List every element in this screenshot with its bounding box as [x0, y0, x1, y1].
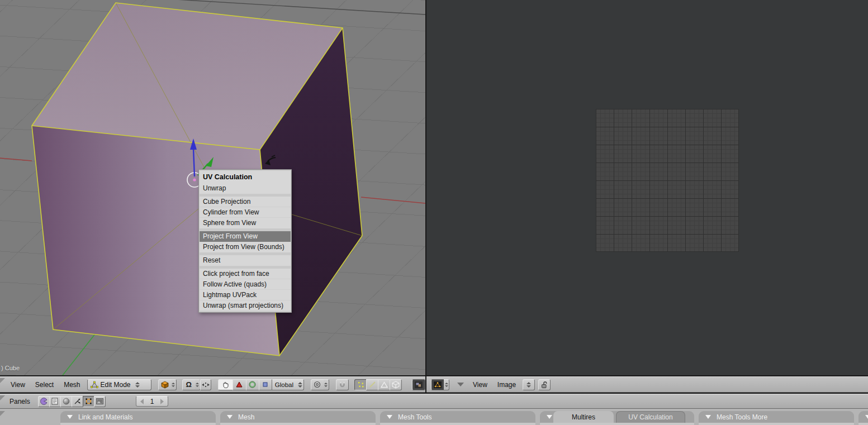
dropdown-arrows-icon — [298, 382, 302, 388]
render-image-icon — [415, 381, 423, 388]
panel-collapse-icon[interactable] — [67, 415, 73, 419]
menu-item[interactable]: Reset — [200, 255, 291, 266]
menu-item[interactable]: Follow Active (quads) — [200, 279, 291, 290]
panel-header-mesh-tools-more[interactable]: Mesh Tools More — [699, 411, 854, 423]
panel-collapse-icon[interactable] — [705, 415, 711, 419]
uv-view-menu[interactable]: View — [472, 381, 488, 389]
tab-multires[interactable]: Multires — [553, 411, 614, 423]
draw-mode-stepper[interactable] — [171, 379, 177, 390]
panel-header-mesh[interactable]: Mesh — [220, 411, 376, 423]
menu-title: UV Calculation — [200, 171, 291, 183]
proportional-ring-button[interactable] — [246, 379, 259, 390]
logic-pacman-icon — [40, 398, 48, 405]
header-collapse-icon[interactable] — [457, 383, 464, 386]
concentric-circles-icon — [314, 381, 321, 388]
region-corner-icon[interactable] — [0, 411, 5, 416]
panel-collapse-icon[interactable] — [227, 415, 233, 419]
panel-collapse-icon[interactable] — [387, 415, 392, 419]
pan-hand-button[interactable] — [218, 379, 233, 390]
square-toggle-button[interactable] — [259, 379, 272, 390]
cube-mesh[interactable] — [32, 3, 362, 356]
face-draw-button[interactable] — [233, 379, 246, 390]
menu-item[interactable]: Sphere from View — [200, 218, 291, 228]
editing-context-button[interactable] — [83, 396, 94, 407]
radiosity-context-button[interactable] — [94, 396, 106, 407]
logic-context-button[interactable] — [38, 396, 50, 407]
falloff-stepper[interactable] — [324, 379, 329, 390]
region-corner-icon[interactable] — [0, 378, 5, 383]
buttons-window: Link and Materials Mesh Mesh Tools Multi… — [0, 409, 868, 425]
panel-header-partial[interactable] — [858, 411, 868, 423]
median-point — [193, 178, 196, 181]
edge-line-icon — [369, 381, 376, 388]
edge-select-button[interactable] — [366, 379, 378, 390]
mode-dropdown[interactable]: Edit Mode — [87, 379, 151, 390]
hand-icon — [221, 380, 230, 389]
view3d-header: View Select Mesh Edit Mode — [0, 376, 425, 393]
blender-window: ) Cube UV Calculation Unwrap Cube Projec… — [0, 0, 868, 425]
panel-title: Mesh Tools More — [717, 413, 767, 421]
panel-collapse-icon[interactable] — [547, 415, 552, 419]
panel-body-edge — [858, 423, 868, 425]
view-menu[interactable]: View — [10, 381, 26, 389]
occlude-geometry-button[interactable] — [390, 379, 402, 390]
menu-item[interactable]: Cylinder from View — [200, 207, 291, 218]
proportional-falloff-button[interactable] — [311, 379, 324, 390]
menu-item[interactable]: Lightmap UVPack — [200, 290, 291, 300]
buttons-window-header: Panels — [0, 394, 868, 409]
pivot-button[interactable]: Ω — [182, 379, 196, 390]
script-context-button[interactable] — [49, 396, 61, 407]
editmode-icon — [91, 381, 98, 388]
frame-value: 1 — [150, 398, 154, 405]
menu-item[interactable]: Project From View — [200, 231, 291, 242]
uv-image-editor[interactable] — [426, 0, 868, 375]
panels-menu[interactable]: Panels — [8, 398, 31, 405]
orientation-dropdown[interactable]: Global — [272, 379, 304, 390]
shading-context-button[interactable] — [60, 396, 72, 407]
uv-editor-header: View Image — [426, 376, 868, 393]
editor-type-button[interactable] — [431, 379, 444, 390]
menu-item[interactable]: Click project from face — [200, 269, 291, 279]
panel-body-edge — [60, 423, 216, 425]
image-stepper-button[interactable] — [523, 379, 535, 390]
menu-item[interactable]: Cube Projection — [200, 197, 291, 207]
axis-y-line — [63, 328, 99, 375]
green-ring-icon — [249, 381, 256, 388]
active-object-label: ) Cube — [1, 365, 20, 371]
uv-image-menu[interactable]: Image — [496, 381, 517, 389]
select-menu[interactable]: Select — [34, 381, 55, 389]
draw-mode-button[interactable] — [158, 379, 172, 390]
update-lock-button[interactable] — [538, 379, 551, 390]
object-context-button[interactable] — [72, 396, 83, 407]
editor-type-stepper[interactable] — [444, 379, 449, 390]
orientation-label: Global — [275, 381, 293, 388]
mesh-menu[interactable]: Mesh — [63, 381, 81, 389]
panel-body-edge — [220, 423, 376, 425]
panel-header-multires[interactable]: Multires UV Calculation — [540, 411, 694, 423]
face-select-button[interactable] — [378, 379, 390, 390]
tab-uv-calculation[interactable]: UV Calculation — [616, 411, 685, 423]
panel-header-link-materials[interactable]: Link and Materials — [60, 411, 216, 423]
frame-next-icon[interactable] — [160, 399, 164, 404]
stepper-arrows-icon — [527, 382, 531, 388]
region-corner-icon[interactable] — [0, 395, 5, 400]
snap-button[interactable] — [336, 379, 349, 390]
object-arrows-icon — [74, 398, 81, 405]
triangle-outline-icon — [381, 381, 388, 388]
pivot-icon: Ω — [186, 380, 192, 389]
frame-number-stepper[interactable]: 1 — [136, 396, 169, 407]
panel-header-mesh-tools[interactable]: Mesh Tools — [380, 411, 535, 423]
render-preview-button[interactable] — [412, 379, 425, 390]
menu-item[interactable]: Unwrap (smart projections) — [200, 300, 291, 311]
blue-square-icon — [262, 381, 268, 388]
solid-cube-icon — [161, 381, 169, 389]
menu-item[interactable]: Unwrap — [200, 183, 291, 194]
magnet-icon — [339, 381, 346, 388]
panel-collapse-icon[interactable] — [865, 415, 868, 419]
frame-prev-icon[interactable] — [140, 399, 144, 404]
menu-item[interactable]: Project from View (Bounds) — [200, 242, 291, 252]
panel-body-edge — [380, 423, 535, 425]
uv-grid — [596, 109, 739, 252]
vertex-select-button[interactable] — [354, 379, 367, 390]
manipulator-toggle-button[interactable] — [200, 379, 211, 390]
